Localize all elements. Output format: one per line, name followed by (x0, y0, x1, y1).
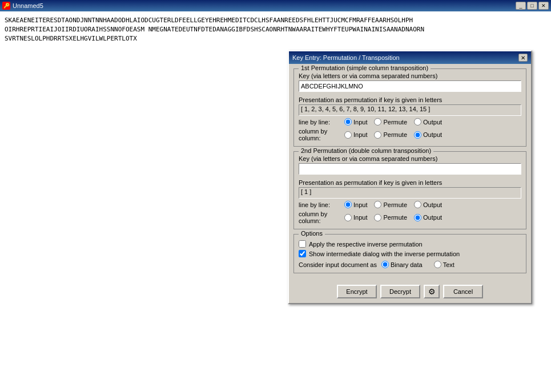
settings-icon: ⚙ (428, 287, 436, 296)
perm2-col-input-option[interactable]: Input (344, 214, 367, 221)
content-line2: OIRHREPRTIEAIJOIIRDIUORAIHSSNNOFOEASM NM… (5, 25, 546, 34)
dialog-title: Key Entry: Permutation / Transposition (292, 54, 400, 61)
perm2-line-input-option[interactable]: Input (344, 201, 367, 208)
dialog-close-button[interactable]: ✕ (518, 54, 528, 62)
perm2-line-input-label: Input (353, 201, 367, 208)
perm1-line-output-radio[interactable] (414, 118, 421, 126)
perm2-col-input-label: Input (353, 214, 367, 221)
show-intermediate-checkbox[interactable] (299, 250, 306, 257)
perm2-line-label: line by line: (299, 201, 344, 208)
perm1-col-output-label: Output (423, 131, 442, 138)
perm2-col-input-radio[interactable] (344, 214, 352, 221)
binary-data-option[interactable]: Binary data (381, 261, 423, 268)
perm1-presentation-value: [ 1, 2, 3, 4, 5, 6, 7, 8, 9, 10, 11, 12,… (299, 104, 521, 116)
inverse-permutation-checkbox[interactable] (299, 240, 306, 248)
inverse-permutation-label: Apply the respective inverse permutation (309, 241, 423, 248)
perm1-col-output-option[interactable]: Output (414, 131, 442, 139)
perm2-line-output-label: Output (423, 201, 442, 208)
checkbox2-row: Show intermediate dialog with the invers… (299, 250, 521, 257)
perm1-col-label: column by column: (299, 128, 344, 142)
perm1-line-input-label: Input (353, 119, 367, 126)
perm1-col-by-col-row: column by column: Input Permute Output (299, 128, 521, 142)
perm2-col-permute-option[interactable]: Permute (374, 214, 407, 221)
perm2-line-permute-radio[interactable] (374, 201, 381, 208)
perm2-key-label: Key (via letters or via comma separated … (299, 155, 521, 162)
options-group: Options Apply the respective inverse per… (293, 234, 526, 273)
text-label: Text (443, 261, 455, 268)
perm1-col-input-option[interactable]: Input (344, 131, 367, 139)
perm2-key-input[interactable] (299, 163, 521, 175)
perm1-key-label: Key (via letters or via comma separated … (299, 72, 521, 79)
perm1-line-by-line-row: line by line: Input Permute Output (299, 118, 521, 126)
decrypt-button[interactable]: Decrypt (380, 285, 420, 298)
perm1-key-input[interactable] (299, 80, 521, 92)
perm1-col-permute-label: Permute (383, 131, 407, 138)
perm2-col-by-col-row: column by column: Input Permute Output (299, 211, 521, 224)
perm2-line-output-radio[interactable] (414, 201, 421, 208)
perm1-col-permute-radio[interactable] (374, 131, 381, 139)
minimize-button[interactable]: _ (516, 2, 526, 10)
perm2-col-permute-radio[interactable] (374, 214, 381, 221)
dialog-buttons: Encrypt Decrypt ⚙ Cancel (289, 282, 531, 303)
perm2-col-output-option[interactable]: Output (414, 214, 442, 221)
perm2-presentation-label: Presentation as permutation if key is gi… (299, 179, 521, 186)
dialog-body: 1st Permutation (simple column transposi… (289, 64, 531, 282)
perm1-line-output-option[interactable]: Output (414, 118, 442, 126)
options-legend: Options (299, 230, 325, 237)
settings-button[interactable]: ⚙ (424, 285, 440, 298)
permutation1-group: 1st Permutation (simple column transposi… (293, 68, 526, 147)
perm2-line-by-line-row: line by line: Input Permute Output (299, 201, 521, 208)
cancel-button[interactable]: Cancel (443, 285, 483, 298)
content-line1: SKAEAENEITERESDTAONDJNNTNNHAADODHLAIODCU… (5, 16, 546, 25)
text-option[interactable]: Text (434, 261, 455, 268)
checkbox1-row: Apply the respective inverse permutation (299, 240, 521, 248)
perm1-line-permute-option[interactable]: Permute (374, 118, 407, 126)
perm2-line-input-radio[interactable] (344, 201, 352, 208)
dialog-titlebar: Key Entry: Permutation / Transposition ✕ (289, 51, 531, 64)
permutation1-legend: 1st Permutation (simple column transposi… (299, 64, 431, 71)
close-button[interactable]: ✕ (538, 2, 549, 10)
perm2-col-label: column by column: (299, 211, 344, 224)
consider-label: Consider input document as (299, 261, 377, 268)
perm1-col-input-label: Input (353, 131, 367, 138)
binary-data-label: Binary data (391, 261, 423, 268)
perm2-col-output-label: Output (423, 214, 442, 221)
perm2-col-permute-label: Permute (383, 214, 407, 221)
main-window-controls: _ □ ✕ (516, 2, 549, 10)
perm1-line-permute-radio[interactable] (374, 118, 381, 126)
binary-data-radio[interactable] (381, 261, 389, 268)
content-line3: SVRTNESLOLPHDRRTSXELHGVILWLPERTLOTX (5, 34, 546, 43)
maximize-button[interactable]: □ (527, 2, 537, 10)
perm1-presentation-label: Presentation as permutation if key is gi… (299, 96, 521, 103)
perm1-line-output-label: Output (423, 119, 442, 126)
perm2-line-permute-label: Permute (383, 201, 407, 208)
perm2-line-permute-option[interactable]: Permute (374, 201, 407, 208)
consider-row: Consider input document as Binary data T… (299, 261, 521, 268)
main-window-title: Unnamed5 (13, 2, 513, 9)
permutation2-legend: 2nd Permutation (double column transposi… (299, 147, 433, 154)
text-radio[interactable] (434, 261, 441, 268)
main-titlebar: 🔑 Unnamed5 _ □ ✕ (0, 0, 551, 11)
permutation2-group: 2nd Permutation (double column transposi… (293, 151, 526, 229)
perm1-col-output-radio[interactable] (414, 131, 421, 139)
perm2-col-output-radio[interactable] (414, 214, 421, 221)
show-intermediate-label: Show intermediate dialog with the invers… (309, 250, 460, 257)
perm2-presentation-value: [ 1 ] (299, 187, 521, 199)
perm2-line-output-option[interactable]: Output (414, 201, 442, 208)
encrypt-button[interactable]: Encrypt (337, 285, 377, 298)
perm1-col-permute-option[interactable]: Permute (374, 131, 407, 139)
main-window-icon: 🔑 (2, 2, 10, 10)
perm1-line-input-radio[interactable] (344, 118, 352, 126)
perm1-line-input-option[interactable]: Input (344, 118, 367, 126)
perm1-line-label: line by line: (299, 119, 344, 126)
key-entry-dialog: Key Entry: Permutation / Transposition ✕… (288, 50, 532, 304)
perm1-col-input-radio[interactable] (344, 131, 352, 139)
perm1-line-permute-label: Permute (383, 119, 407, 126)
